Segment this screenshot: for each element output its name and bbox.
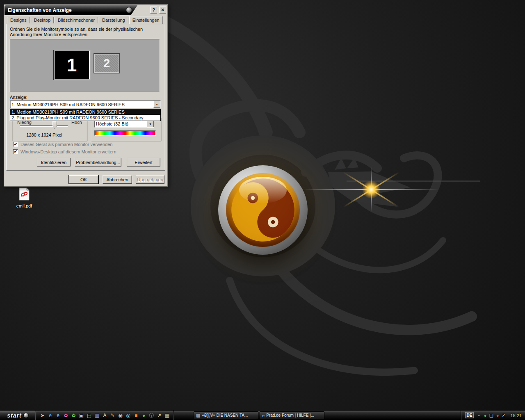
tab-designs[interactable]: Designs xyxy=(7,17,30,23)
dropdown-option-secondary[interactable]: 2. Plug und Play-Monitor mit RADEON 9600… xyxy=(10,115,160,121)
desktop: emil.pdf Eigenschaften von Anzeige ? ✕ D… xyxy=(0,0,525,410)
monitor-arrangement-area[interactable]: 1 2 xyxy=(10,39,160,92)
extend-desktop-checkbox[interactable]: ✔ xyxy=(13,149,18,154)
combobox-arrow-icon[interactable]: ▼ xyxy=(153,101,160,108)
tv-icon[interactable]: ▥ xyxy=(93,411,101,420)
tab-einstellungen[interactable]: Einstellungen xyxy=(129,16,163,24)
color-quality-value: Höchste (32 Bit) xyxy=(95,121,147,126)
dialog-tabs: Designs Desktop Bildschirmschoner Darste… xyxy=(7,17,164,24)
dialog-titlebar[interactable]: Eigenschaften von Anzeige ? ✕ xyxy=(5,5,167,15)
monitor-2[interactable]: 2 xyxy=(94,54,119,73)
task-button-1-label: «Ð][/\/» DIE NASEN TA... xyxy=(202,413,248,418)
green-app-icon[interactable]: ● xyxy=(140,411,148,420)
browser-e-icon[interactable]: e xyxy=(54,411,62,420)
settings-tab-page: Ordnen Sie die Monitorsymbole so an, das… xyxy=(6,24,165,171)
pink-flower-icon[interactable]: ✿ xyxy=(62,411,70,420)
tray-icons: ▪●❑●Z xyxy=(476,411,507,420)
camera-icon[interactable]: ◉ xyxy=(116,411,124,420)
extend-desktop-checkbox-label: Windows-Desktop auf diesem Monitor erwei… xyxy=(21,149,116,154)
notepad-icon[interactable]: ▦ xyxy=(163,411,171,420)
orb-gloss-highlight xyxy=(239,177,286,203)
desktop-icon-label: emil.pdf xyxy=(12,203,36,208)
resolution-value: 525 x 420 Pixel xyxy=(17,132,71,137)
task-button-2-label: Prad.de Forum | HILFE |... xyxy=(266,413,314,418)
tray-shield-icon[interactable]: ▪ xyxy=(476,411,482,420)
language-indicator[interactable]: DE xyxy=(465,412,474,418)
tray-green-status-icon[interactable]: ● xyxy=(482,411,488,420)
document-icon: ▤ xyxy=(196,413,200,418)
start-button-label: start xyxy=(7,412,21,419)
ati-tray-icon[interactable]: ● xyxy=(494,411,500,420)
display-dropdown-list: 1. Medion MD30219PH S09 mit RADEON 9600 … xyxy=(10,109,161,121)
taskbar-clock[interactable]: 18:21 xyxy=(510,413,522,418)
dialog-title: Eigenschaften von Anzeige xyxy=(8,7,72,13)
orange-app-icon[interactable]: ■ xyxy=(132,411,140,420)
display-combobox[interactable]: 1. Medion MD30219PH S09 mit RADEON 9600 … xyxy=(10,100,161,108)
info-icon[interactable]: ⓘ xyxy=(148,411,155,420)
pen-icon[interactable]: ✎ xyxy=(109,411,116,420)
green-flower-icon[interactable]: ✿ xyxy=(70,411,78,420)
display-label: Anzeige: xyxy=(10,95,27,100)
desktop-icon-emil-pdf[interactable]: emil.pdf xyxy=(12,187,36,208)
display-properties-dialog: Eigenschaften von Anzeige ? ✕ Designs De… xyxy=(3,4,168,187)
tab-darstellung[interactable]: Darstellung xyxy=(99,17,128,23)
internet-explorer-icon: e xyxy=(262,413,265,418)
extend-desktop-checkbox-row[interactable]: ✔ Windows-Desktop auf diesem Monitor erw… xyxy=(13,149,116,154)
ok-button[interactable]: OK xyxy=(69,175,98,184)
close-button[interactable]: ✕ xyxy=(159,7,166,14)
pointer-icon[interactable]: ➤ xyxy=(39,411,46,420)
pdf-file-icon xyxy=(19,187,30,201)
advanced-button[interactable]: Erweitert xyxy=(127,158,160,167)
internet-explorer-icon[interactable]: e xyxy=(46,411,54,420)
task-button-area: ▤ «Ð][/\/» DIE NASEN TA... e Prad.de For… xyxy=(194,411,324,419)
help-button[interactable]: ? xyxy=(150,7,157,14)
yinyang-orb xyxy=(218,165,308,255)
resolution-slider-track[interactable] xyxy=(20,125,68,127)
color-gradient-bar xyxy=(94,130,156,136)
tab-bildschirmschoner[interactable]: Bildschirmschoner xyxy=(55,17,98,23)
task-button-2[interactable]: e Prad.de Forum | HILFE |... xyxy=(260,411,324,419)
tray-network-icon[interactable]: ❑ xyxy=(488,411,494,420)
color-quality-combobox[interactable]: Höchste (32 Bit) ▼ xyxy=(94,120,154,128)
instruction-text: Ordnen Sie die Monitorsymbole so an, das… xyxy=(10,27,163,37)
orb-inner-sphere xyxy=(226,173,300,247)
monitor-icon[interactable]: ▣ xyxy=(78,411,85,420)
apply-button[interactable]: Übernehmen xyxy=(136,175,164,184)
troubleshoot-button[interactable]: Problembehandlung... xyxy=(75,158,121,167)
identify-button[interactable]: Identifizieren xyxy=(37,158,71,167)
cd-icon[interactable]: ◎ xyxy=(124,411,132,420)
combobox-arrow-icon[interactable]: ▼ xyxy=(147,121,154,127)
dialog-title-banner: Eigenschaften von Anzeige xyxy=(5,5,137,15)
task-button-1[interactable]: ▤ «Ð][/\/» DIE NASEN TA... xyxy=(194,411,258,419)
start-button[interactable]: start xyxy=(0,411,36,420)
primary-monitor-checkbox-row[interactable]: ✔ Dieses Gerät als primären Monitor verw… xyxy=(13,142,112,147)
dropdown-option-primary[interactable]: 1. Medion MD30219PH S09 mit RADEON 9600 … xyxy=(10,109,160,115)
tray-z-icon[interactable]: Z xyxy=(500,411,507,420)
quick-launch-bar: ➤ee✿✿▣▤▥A✎◉◎■●ⓘ↗▦ xyxy=(36,411,174,420)
notes-icon[interactable]: ▤ xyxy=(85,411,93,420)
arrow-icon[interactable]: ↗ xyxy=(155,411,163,420)
cancel-button[interactable]: Abbrechen xyxy=(103,175,132,184)
display-combobox-value: 1. Medion MD30219PH S09 mit RADEON 9600 … xyxy=(10,102,153,107)
title-bar-emblem-icon xyxy=(126,7,132,13)
monitor-1[interactable]: 1 xyxy=(54,50,90,80)
system-tray: DE ▪●❑●Z 18:21 xyxy=(461,411,525,420)
primary-monitor-checkbox[interactable]: ✔ xyxy=(13,142,18,147)
taskbar: start ➤ee✿✿▣▤▥A✎◉◎■●ⓘ↗▦ ▤ «Ð][/\/» DIE N… xyxy=(0,410,525,420)
primary-monitor-checkbox-label: Dieses Gerät als primären Monitor verwen… xyxy=(21,142,112,147)
start-orb-icon xyxy=(23,413,29,418)
tab-desktop[interactable]: Desktop xyxy=(31,17,54,23)
letter-a-icon[interactable]: A xyxy=(101,411,109,420)
